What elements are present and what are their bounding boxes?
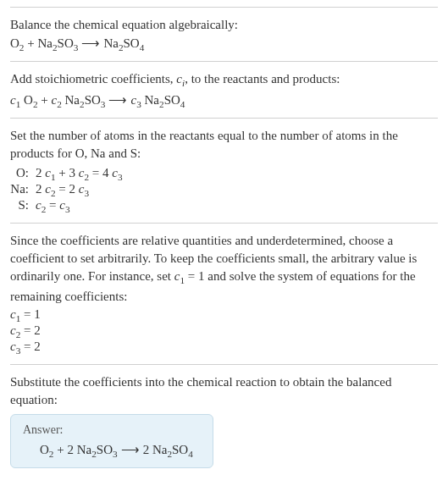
stoich-intro: Add stoichiometric coefficients, ci, to …	[10, 70, 438, 91]
stoich-equation: c1 O2 + c2 Na2SO3⟶c3 Na2SO4	[10, 92, 438, 109]
ci-symbol: ci	[176, 72, 185, 86]
section-atoms: Set the number of atoms in the reactants…	[10, 118, 438, 223]
atom-label: Na:	[10, 182, 36, 196]
arrow-icon: ⟶	[78, 36, 103, 50]
atom-equation: 2 c2 = 2 c3	[36, 182, 438, 198]
answer-intro: Substitute the coefficients into the che…	[10, 373, 438, 409]
answer-label: Answer:	[23, 423, 201, 437]
answer-equation: O2 + 2 Na2SO3⟶2 Na2SO4	[23, 442, 201, 459]
coeff-c2: c2 = 2	[10, 323, 438, 340]
atoms-intro: Set the number of atoms in the reactants…	[10, 127, 438, 163]
section-solve: Since the coefficients are relative quan…	[10, 223, 438, 364]
atom-label: S:	[10, 198, 36, 213]
coeff-c1: c1 = 1	[10, 307, 438, 323]
arrow-icon: ⟶	[118, 443, 143, 456]
coeff-list: c1 = 1 c2 = 2 c3 = 2	[10, 307, 438, 356]
solve-intro: Since the coefficients are relative quan…	[10, 232, 438, 306]
atom-equation: 2 c1 + 3 c2 = 4 c3	[36, 166, 438, 182]
reactant-1: O2	[10, 36, 24, 50]
answer-box: Answer: O2 + 2 Na2SO3⟶2 Na2SO4	[10, 414, 213, 468]
atom-label: O:	[10, 166, 36, 180]
problem-intro: Balance the chemical equation algebraica…	[10, 16, 438, 34]
atom-row-o: O: 2 c1 + 3 c2 = 4 c3	[10, 166, 438, 182]
atom-equation: c2 = c3	[36, 198, 438, 214]
atom-row-s: S: c2 = c3	[10, 198, 438, 214]
section-problem: Balance the chemical equation algebraica…	[10, 7, 438, 61]
section-answer: Substitute the coefficients into the che…	[10, 364, 438, 477]
arrow-icon: ⟶	[105, 93, 130, 107]
coeff-c3: c3 = 2	[10, 340, 438, 356]
reactant-2: Na2SO3	[37, 36, 78, 50]
product-1: Na2SO4	[103, 36, 144, 50]
section-stoichiometric: Add stoichiometric coefficients, ci, to …	[10, 61, 438, 118]
atoms-table: O: 2 c1 + 3 c2 = 4 c3 Na: 2 c2 = 2 c3 S:…	[10, 166, 438, 214]
problem-equation: O2 + Na2SO3⟶Na2SO4	[10, 36, 438, 52]
atom-row-na: Na: 2 c2 = 2 c3	[10, 182, 438, 198]
